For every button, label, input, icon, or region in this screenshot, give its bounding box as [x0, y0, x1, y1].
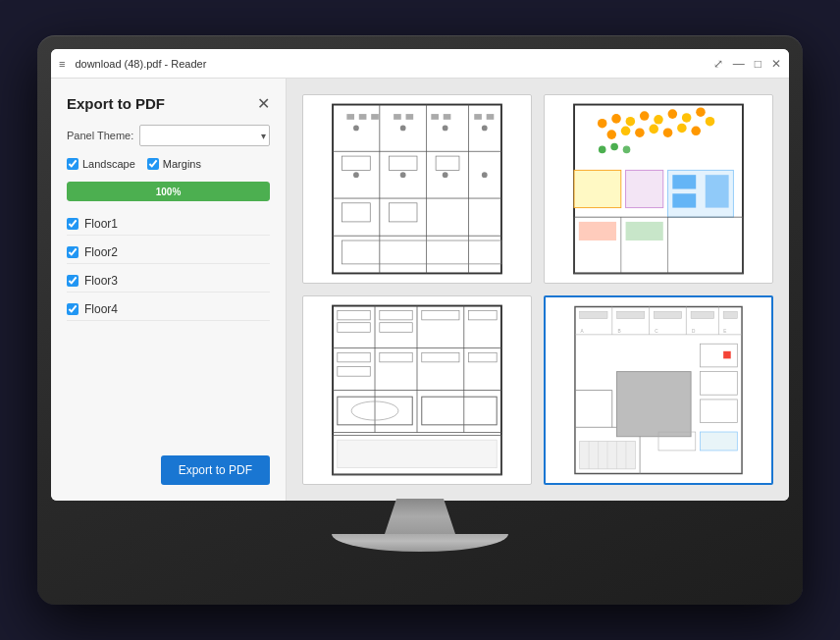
svg-point-44 — [635, 128, 645, 137]
floor3-label: Floor3 — [84, 274, 118, 288]
theme-row: Panel Theme: — [67, 125, 270, 146]
svg-rect-103 — [701, 432, 738, 451]
landscape-option: Landscape — [67, 158, 135, 170]
svg-point-37 — [654, 115, 663, 125]
floor1-label: Floor1 — [84, 217, 118, 231]
svg-rect-96 — [691, 311, 714, 319]
panel-close-icon[interactable]: ✕ — [257, 94, 270, 113]
floor3-checkbox[interactable] — [67, 275, 79, 287]
svg-rect-86 — [338, 440, 497, 468]
floor-item-4: Floor4 — [67, 298, 270, 321]
svg-text:E: E — [723, 329, 726, 334]
svg-text:B: B — [617, 329, 620, 334]
screen-content: ≡ download (48).pdf - Reader ⤢ — □ ✕ Exp… — [51, 49, 789, 501]
svg-point-10 — [443, 126, 448, 132]
svg-rect-28 — [444, 114, 451, 120]
floor-item-1: Floor1 — [67, 213, 270, 236]
svg-rect-25 — [394, 114, 401, 120]
export-pdf-button[interactable]: Export to PDF — [161, 455, 270, 485]
panel-header: Export to PDF ✕ — [67, 94, 270, 113]
theme-select[interactable] — [139, 125, 270, 146]
monitor-stand — [51, 499, 789, 552]
floor-plan-4-svg: A B C D E — [546, 297, 771, 483]
svg-point-8 — [353, 126, 359, 132]
svg-text:C: C — [655, 329, 658, 334]
pdf-page-3[interactable] — [302, 295, 532, 485]
monitor-container: ≡ download (48).pdf - Reader ⤢ — □ ✕ Exp… — [37, 35, 803, 605]
margins-label: Margins — [163, 158, 201, 170]
options-row: Landscape Margins — [67, 158, 270, 170]
svg-point-40 — [696, 107, 706, 117]
svg-point-12 — [353, 172, 359, 178]
svg-point-34 — [611, 114, 621, 124]
floor4-checkbox[interactable] — [67, 303, 79, 315]
floor-plan-1-svg — [303, 95, 531, 283]
close-button[interactable]: ✕ — [771, 57, 781, 71]
svg-point-45 — [649, 125, 658, 134]
pdf-page-2[interactable] — [544, 94, 773, 284]
svg-rect-93 — [580, 311, 607, 319]
svg-point-46 — [663, 128, 673, 137]
svg-point-11 — [482, 126, 488, 132]
svg-point-49 — [599, 146, 606, 154]
floor-list: Floor1 Floor2 Floor3 — [67, 213, 270, 321]
floor-plan-2-svg — [545, 95, 772, 283]
svg-rect-102 — [723, 351, 731, 359]
svg-point-51 — [623, 146, 631, 154]
svg-rect-62 — [626, 222, 663, 240]
svg-point-36 — [640, 111, 650, 121]
svg-rect-27 — [431, 114, 439, 120]
window-controls: ⤢ — □ ✕ — [713, 57, 781, 71]
svg-rect-23 — [359, 114, 367, 120]
svg-point-50 — [610, 143, 618, 151]
svg-rect-97 — [723, 311, 737, 319]
svg-point-33 — [598, 119, 607, 129]
pdf-viewer: A B C D E — [287, 79, 789, 501]
landscape-label: Landscape — [82, 158, 135, 170]
progress-bar-container: 100% — [67, 182, 270, 201]
svg-point-35 — [626, 117, 636, 127]
svg-rect-98 — [616, 372, 691, 437]
margins-option: Margins — [147, 158, 201, 170]
svg-rect-57 — [626, 170, 663, 207]
svg-rect-55 — [706, 175, 729, 207]
margins-checkbox[interactable] — [147, 158, 159, 170]
progress-text: 100% — [156, 187, 182, 197]
resize-icon[interactable]: ⤢ — [713, 57, 723, 71]
svg-rect-95 — [654, 311, 681, 319]
minimize-button[interactable]: — — [733, 57, 745, 71]
svg-rect-0 — [324, 95, 511, 283]
floor4-label: Floor4 — [84, 302, 118, 316]
svg-rect-29 — [474, 114, 482, 120]
svg-rect-94 — [616, 311, 644, 319]
monitor-shell: ≡ download (48).pdf - Reader ⤢ — □ ✕ Exp… — [37, 35, 803, 605]
svg-rect-53 — [672, 175, 696, 188]
landscape-checkbox[interactable] — [67, 158, 79, 170]
svg-rect-56 — [574, 170, 621, 207]
hamburger-icon: ≡ — [59, 58, 65, 70]
svg-point-42 — [606, 130, 616, 139]
title-bar: ≡ download (48).pdf - Reader ⤢ — □ ✕ — [51, 49, 789, 79]
svg-point-48 — [691, 127, 701, 136]
svg-point-38 — [668, 109, 678, 119]
svg-rect-54 — [672, 193, 696, 207]
maximize-button[interactable]: □ — [755, 57, 761, 71]
svg-text:D: D — [692, 329, 696, 334]
svg-point-47 — [677, 124, 687, 133]
svg-point-14 — [443, 172, 448, 178]
left-panel: Export to PDF ✕ Panel Theme: — [51, 79, 287, 501]
pdf-page-4[interactable]: A B C D E — [544, 295, 773, 485]
svg-rect-22 — [346, 114, 354, 120]
pdf-page-1[interactable] — [302, 94, 532, 284]
svg-rect-26 — [406, 114, 414, 120]
svg-rect-24 — [371, 114, 379, 120]
floor2-checkbox[interactable] — [67, 246, 79, 258]
svg-point-41 — [706, 117, 715, 127]
stand-neck — [381, 499, 459, 534]
screen-bezel: ≡ download (48).pdf - Reader ⤢ — □ ✕ Exp… — [51, 49, 789, 501]
svg-point-43 — [621, 127, 631, 136]
floor-plan-3-svg — [303, 296, 531, 484]
stand-base — [332, 534, 508, 552]
floor1-checkbox[interactable] — [67, 218, 79, 230]
floor-item-3: Floor3 — [67, 270, 270, 293]
